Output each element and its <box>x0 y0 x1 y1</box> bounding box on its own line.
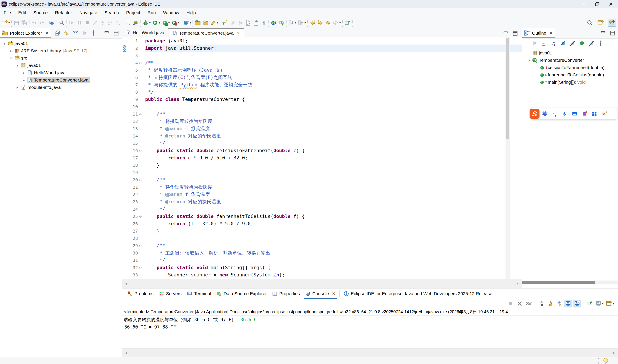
sogou-logo-icon[interactable]: S <box>529 109 540 119</box>
tree-item-body[interactable]: src <box>14 55 28 61</box>
scroll-right-arrow-icon[interactable]: ▸ <box>613 351 615 355</box>
menu-search[interactable]: Search <box>101 10 123 15</box>
code-line-31[interactable]: 31 */ <box>122 257 522 264</box>
tree-expander-icon[interactable]: ▾ <box>2 41 7 46</box>
code-line-12[interactable]: 12 * 将摄氏度转换为华氏度 <box>122 118 522 125</box>
save-button[interactable] <box>13 19 20 26</box>
outline-view-tab[interactable]: Outline ✕ <box>522 28 555 38</box>
code-text[interactable]: return (f - 32.0) * 5.0 / 9.0; <box>145 220 522 227</box>
tree-item-helloworld-java[interactable]: ▸JHelloWorld.java <box>0 69 122 76</box>
code-text[interactable]: } <box>145 162 522 169</box>
last-edit-location-button[interactable] <box>309 19 316 26</box>
code-line-21[interactable]: 21 * 将华氏度转换为摄氏度 <box>122 183 522 191</box>
code-line-29[interactable]: 29⊖ /** <box>122 242 522 249</box>
open-browser-button[interactable] <box>270 19 278 26</box>
profile-button[interactable]: ▾ <box>170 19 180 26</box>
show-stdout-button[interactable] <box>564 300 572 307</box>
javaee-perspective-button[interactable] <box>608 19 616 26</box>
tree-expander-icon[interactable]: ▸ <box>15 85 20 90</box>
view-tab-console[interactable]: Console✕ <box>302 288 338 299</box>
ime-toolbox-button[interactable] <box>590 109 599 118</box>
menu-source[interactable]: Source <box>30 10 52 15</box>
view-max-button[interactable] <box>609 29 617 37</box>
tree-item-jre-system-library[interactable]: ▸JRE System Library[JavaSE-17] <box>0 47 122 54</box>
editor-tab-helloworld-java[interactable]: JHelloWorld.java <box>122 28 168 37</box>
view-tab-properties[interactable]: Properties <box>269 288 302 299</box>
code-text[interactable]: public class TemperatureConverter { <box>145 96 522 103</box>
menu-edit[interactable]: Edit <box>15 10 30 15</box>
menu-dots-button[interactable] <box>597 39 605 47</box>
code-text[interactable]: } <box>145 227 522 235</box>
menu-refactor[interactable]: Refactor <box>52 10 76 15</box>
tree-item-body[interactable]: java01 <box>20 62 42 68</box>
code-text[interactable]: * 支持摄氏度(C)与华氏度(F)之间互转 <box>145 74 522 81</box>
tree-item-body[interactable]: Jjava01 <box>7 40 29 46</box>
view-min-button[interactable] <box>103 29 111 37</box>
terminate-button[interactable] <box>83 19 91 26</box>
dropdown-arrow-icon[interactable]: ▾ <box>613 302 614 305</box>
code-text[interactable]: * 主逻辑: 读取输入、解析、判断单位、转换并输出 <box>145 249 522 257</box>
outline-item-main-string-[interactable]: Smain(String[]) : void <box>522 78 618 86</box>
code-text[interactable]: * 温度转换器示例程序（Java 版） <box>145 66 522 74</box>
fold-collapse-icon[interactable]: ⊖ <box>139 147 145 154</box>
coverage-button[interactable]: ▾ <box>161 19 171 26</box>
code-line-17[interactable]: 17 return c * 9.0 / 5.0 + 32.0; <box>122 154 522 162</box>
save-all-button[interactable] <box>20 19 28 26</box>
dropdown-arrow-icon[interactable]: ▾ <box>339 21 341 24</box>
code-text[interactable]: * @param c 摄氏温度 <box>145 125 522 132</box>
validate-button[interactable] <box>278 19 285 26</box>
code-line-2[interactable]: 2import java.util.Scanner; <box>122 45 522 52</box>
code-text[interactable]: * @return 对应的摄氏温度 <box>145 198 522 206</box>
restore-button[interactable] <box>591 0 604 8</box>
code-line-30[interactable]: 30 * 主逻辑: 读取输入、解析、判断单位、转换并输出 <box>122 249 522 257</box>
code-line-7[interactable]: 7 * 与你提供的 Python 程序功能、逻辑完全一致 <box>122 81 522 88</box>
code-text[interactable]: */ <box>145 88 522 96</box>
display-console-button[interactable]: ▾ <box>594 300 604 307</box>
code-line-19[interactable]: 19 <box>122 169 522 176</box>
dropdown-arrow-icon[interactable]: ▾ <box>159 21 160 24</box>
outline-item-fahrenheittocelsius-double-[interactable]: SfahrenheitToCelsius(double) <box>522 71 618 78</box>
code-line-10[interactable]: 10 <box>122 103 522 110</box>
code-text[interactable] <box>145 235 522 242</box>
prev-annotation-button[interactable]: ▾ <box>297 19 307 26</box>
hide-local-button[interactable]: L <box>587 39 595 47</box>
outline-horizontal-scrollbar[interactable] <box>522 281 618 284</box>
code-text[interactable]: public static double celsiusToFahrenheit… <box>145 147 522 154</box>
next-edit-location-button[interactable] <box>316 19 324 26</box>
hide-nonpublic-button[interactable] <box>578 39 586 47</box>
format-button[interactable] <box>229 19 237 26</box>
menu-dots-button[interactable] <box>90 29 97 37</box>
ime-english-toggle[interactable]: 英 <box>540 109 549 118</box>
hide-static-button[interactable]: S <box>568 39 576 47</box>
link-editor-button[interactable] <box>63 29 70 37</box>
code-text[interactable]: * 将摄氏度转换为华氏度 <box>145 118 522 125</box>
code-line-8[interactable]: 8 */ <box>122 88 522 96</box>
view-tab-terminal[interactable]: Terminal <box>184 288 214 299</box>
tree-expander-icon[interactable]: ▾ <box>15 64 20 67</box>
step-over-button[interactable] <box>106 19 114 26</box>
fold-collapse-icon[interactable]: ⊖ <box>139 59 145 66</box>
code-line-33[interactable]: 33 Scanner scanner = new Scanner(System.… <box>122 271 522 279</box>
code-line-4[interactable]: 4⊖/** <box>122 59 522 66</box>
code-text[interactable]: public static void main(String[] args) { <box>145 264 522 271</box>
fold-collapse-icon[interactable]: ⊖ <box>139 264 145 271</box>
back-history-button[interactable] <box>324 19 332 26</box>
highlighter-button[interactable]: ▾ <box>209 19 219 26</box>
tree-item-body[interactable]: JHelloWorld.java <box>27 70 67 76</box>
selected-tree-item[interactable]: JTemperatureConverter.java <box>27 77 90 83</box>
tree-expander-icon[interactable]: ▾ <box>526 58 532 62</box>
code-line-24[interactable]: 24 */ <box>122 206 522 213</box>
tree-item-temperatureconverter-java[interactable]: ▸JTemperatureConverter.java <box>0 76 122 84</box>
collapse-all-button[interactable] <box>53 29 61 37</box>
code-line-18[interactable]: 18 } <box>122 162 522 169</box>
code-line-27[interactable]: 27 } <box>122 227 522 235</box>
search-editor-button[interactable] <box>58 19 66 26</box>
pin-editor-button[interactable] <box>344 19 351 26</box>
code-line-23[interactable]: 23 * @return 对应的摄氏温度 <box>122 198 522 206</box>
disconnect-button[interactable] <box>91 19 99 26</box>
fold-collapse-icon[interactable]: ⊖ <box>139 110 145 118</box>
convert-delimiters-button[interactable] <box>244 19 252 26</box>
code-line-20[interactable]: 20⊖ /** <box>122 176 522 183</box>
code-text[interactable]: package java01; <box>145 37 522 45</box>
code-line-1[interactable]: 1package java01; <box>122 37 522 45</box>
